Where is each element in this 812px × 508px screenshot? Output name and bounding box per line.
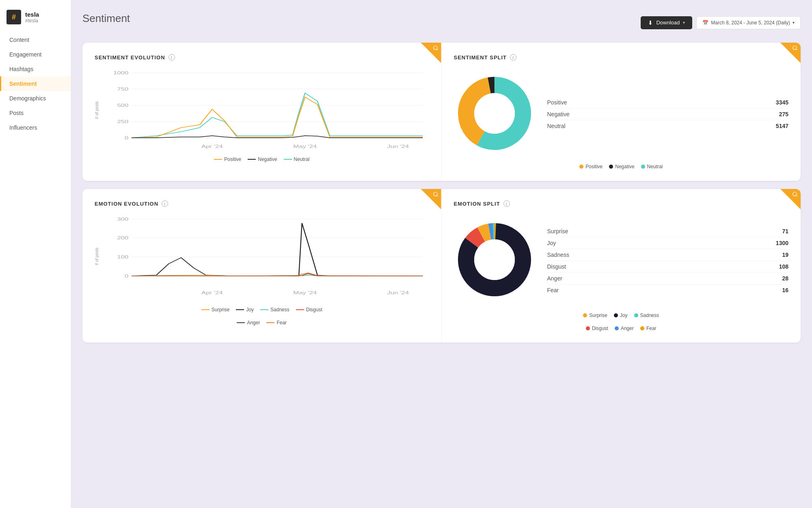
app-logo: # [6,10,21,24]
em-sp-sadness: Sadness [634,313,659,318]
main-content: Sentiment ⬇ Download ▾ 📅 March 8, 2024 -… [71,0,812,508]
split-legend-negative: Negative [609,164,634,169]
svg-point-21 [433,192,437,196]
positive-line-icon [214,159,222,160]
legend-joy: Joy [236,307,254,313]
legend-anger: Anger [237,320,260,326]
sentiment-evolution-chart: 1000 750 500 250 0 Apr '24 May '24 Jun '… [107,69,429,150]
svg-line-35 [796,195,797,197]
svg-text:750: 750 [117,87,128,91]
svg-text:Jun '24: Jun '24 [387,290,409,295]
emotion-split-legend: Surprise 71 Joy 1300 Sadness 19 Disgust … [547,226,789,296]
sadness-dot-icon [634,313,638,317]
sidebar-item-engagement[interactable]: Engagement [0,47,71,62]
svg-line-22 [436,195,438,197]
anger-line-icon [237,322,245,323]
date-range-label: March 8, 2024 - June 5, 2024 (Daily) [711,20,790,26]
sadness-row: Sadness 19 [547,249,789,261]
em-sp-disgust: Disgust [586,326,608,331]
positive-row: Positive 3345 [547,97,789,109]
svg-text:500: 500 [117,103,128,108]
sentiment-evolution-card: SENTIMENT EVOLUTION i # of posts 1000 75… [82,43,442,181]
download-icon: ⬇ [648,20,653,26]
sentiment-split-content: Positive 3345 Negative 275 Neutral 5147 [454,69,789,156]
emotion-ev-info-icon: i [162,200,168,207]
split-legend-neutral: Neutral [641,164,663,169]
info-icon: i [168,54,175,61]
anger-dot-icon [615,326,619,330]
header-controls: ⬇ Download ▾ 📅 March 8, 2024 - June 5, 2… [641,16,801,29]
sidebar-item-posts[interactable]: Posts [0,106,71,120]
svg-point-20 [474,93,515,134]
svg-text:100: 100 [117,254,128,259]
svg-point-42 [474,239,515,280]
neutral-row: Neutral 5147 [547,120,789,132]
negative-line-icon [248,159,256,160]
em-sp-surprise: Surprise [583,313,607,318]
svg-text:Apr '24: Apr '24 [201,144,223,149]
em-sp-joy: Joy [614,313,628,318]
dropdown-arrow-icon: ▾ [683,20,685,25]
download-button[interactable]: ⬇ Download ▾ [641,16,692,29]
svg-text:0: 0 [125,135,128,140]
svg-line-1 [436,49,438,50]
legend-negative: Negative [248,156,277,162]
surprise-line-icon [201,309,209,310]
fear-row: Fear 16 [547,284,789,296]
emotion-evolution-chart: 300 200 100 0 Apr '24 May '24 Jun '24 [107,215,429,296]
svg-point-34 [793,192,797,196]
negative-row: Negative 275 [547,109,789,120]
emotion-split-card: EMOTION SPLIT i [442,189,801,343]
neutral-dot-icon [641,165,645,169]
sidebar-nav: Content Engagement Hashtags Sentiment De… [0,33,71,135]
legend-neutral: Neutral [284,156,310,162]
disgust-dot-icon [586,326,590,330]
emotion-row: EMOTION EVOLUTION i # of posts 300 200 1… [82,189,801,343]
emotion-split-bottom-legend: Surprise Joy Sadness Disgust [454,308,789,331]
emotion-evolution-title: EMOTION EVOLUTION i [95,200,429,207]
fear-line-icon [266,322,274,323]
joy-line-icon [236,309,244,310]
sentiment-row: SENTIMENT EVOLUTION i # of posts 1000 75… [82,43,801,181]
brand-name: tesla [25,11,39,18]
fear-dot-icon [640,326,644,330]
emotion-y-label: # of posts [95,247,99,265]
svg-text:300: 300 [117,217,128,221]
sidebar-item-hashtags[interactable]: Hashtags [0,62,71,76]
anger-row: Anger 28 [547,273,789,284]
svg-point-15 [793,46,797,50]
negative-dot-icon [609,165,613,169]
sidebar-header: # tesla #tesla [0,7,71,33]
sentiment-split-card: SENTIMENT SPLIT i [442,43,801,181]
sidebar-item-influencers[interactable]: Influencers [0,120,71,135]
legend-surprise: Surprise [201,307,230,313]
positive-dot-icon [579,165,583,169]
calendar-icon: 📅 [702,20,708,26]
emotion-evolution-card: EMOTION EVOLUTION i # of posts 300 200 1… [82,189,442,343]
svg-text:May '24: May '24 [293,144,317,149]
brand-handle: #tesla [25,18,39,24]
date-range-button[interactable]: 📅 March 8, 2024 - June 5, 2024 (Daily) ▾ [696,16,801,29]
sidebar-item-content[interactable]: Content [0,33,71,47]
sentiment-evolution-legend: Positive Negative Neutral [95,156,429,162]
disgust-row: Disgust 108 [547,261,789,273]
sentiment-split-title: SENTIMENT SPLIT i [454,54,789,61]
sadness-line-icon [260,309,268,310]
joy-dot-icon [614,313,618,317]
legend-disgust: Disgust [296,307,322,313]
svg-text:May '24: May '24 [293,290,317,295]
svg-text:1000: 1000 [113,70,128,75]
date-dropdown-icon: ▾ [793,20,795,25]
legend-fear: Fear [266,320,287,326]
emotion-donut [454,219,535,302]
legend-sadness: Sadness [260,307,289,313]
sentiment-split-bottom-legend: Positive Negative Neutral [454,164,789,169]
svg-point-0 [433,46,437,50]
brand-info: tesla #tesla [25,11,39,24]
svg-text:200: 200 [117,235,128,240]
sidebar-item-demographics[interactable]: Demographics [0,91,71,106]
surprise-dot-icon [583,313,587,317]
svg-text:250: 250 [117,119,128,124]
neutral-line-icon [284,159,292,160]
sidebar-item-sentiment[interactable]: Sentiment [0,76,71,91]
